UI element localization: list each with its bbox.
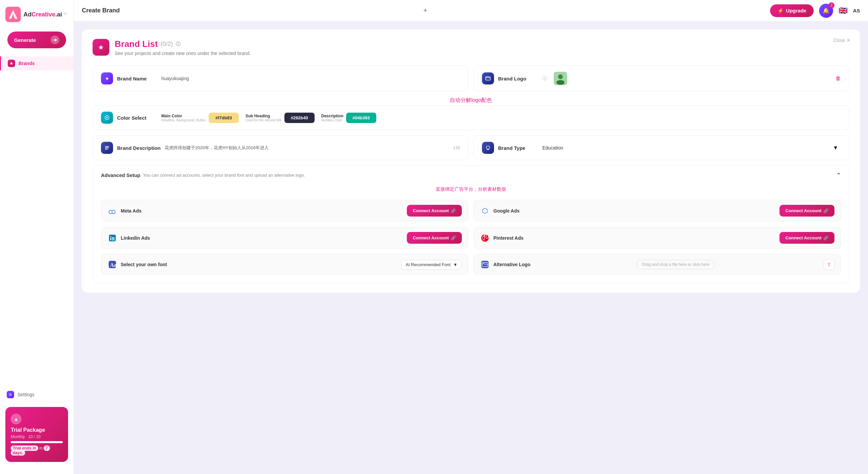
svg-point-5: [556, 80, 564, 85]
upload-button[interactable]: ⇧: [824, 259, 834, 270]
brand-name-label: Brand Name: [117, 76, 157, 82]
svg-point-7: [106, 117, 108, 118]
svg-rect-0: [5, 7, 21, 22]
trial-period: Monthly 10 / 10: [11, 435, 63, 439]
google-ads-label: Google Ads: [493, 208, 520, 214]
pinterest-connect-label: Connect Account: [785, 235, 822, 240]
collapse-icon: ⌃: [836, 172, 841, 178]
linkedin-ads-icon: [107, 233, 117, 243]
color-select-label: Color Select: [117, 115, 157, 121]
alt-logo-icon: [480, 259, 490, 270]
meta-ads-icon: [107, 206, 117, 216]
link-icon-2: 🔗: [824, 209, 829, 213]
sidebar-item-brands[interactable]: ★ Brands: [0, 56, 73, 70]
close-icon: ✕: [846, 37, 850, 43]
brand-panel-title-area: Brand List (0/2) ⓘ See your projects and…: [115, 39, 849, 56]
brand-name-logo-row: ★ Brand Name huayukuajing Brand Logo ⓘ: [93, 65, 849, 92]
brand-name-icon: ★: [101, 72, 113, 85]
trial-card: ▲ Trial Package Monthly 10 / 10 Trial en…: [5, 407, 68, 462]
adcreative-logo-icon: [5, 7, 21, 22]
brand-type-section: Brand Type Education ▼: [473, 135, 849, 160]
upload-icon: ⇧: [827, 262, 831, 267]
chinese-logo-annotation: 自动分解logo配色: [93, 97, 849, 104]
brand-panel-header: ★ Brand List (0/2) ⓘ See your projects a…: [93, 39, 849, 56]
advanced-setup-subtitle: You can connect ad accounts, select your…: [143, 172, 305, 178]
info-icon[interactable]: ⓘ: [176, 41, 181, 47]
brand-description-count: 139: [453, 146, 460, 150]
pinterest-ads-label: Pinterest Ads: [493, 235, 524, 241]
meta-connect-label: Connect Account: [413, 208, 449, 213]
advanced-body: Meta Ads Connect Account 🔗: [93, 194, 849, 283]
google-ads-icon: [480, 206, 490, 216]
font-icon: Aa: [107, 259, 117, 270]
chinese-advanced-annotation: 直接绑定广告平台，分析素材数据: [93, 184, 849, 194]
sub-heading-sublabel: Used for the second title: [246, 118, 282, 122]
settings-label: Settings: [18, 392, 35, 397]
sub-heading-color-chip[interactable]: #292b40: [284, 113, 315, 123]
link-icon-3: 🔗: [451, 236, 456, 240]
sidebar: AdCreative.ai v3 Generate ➔ ★ Brands ⚙ S…: [0, 0, 74, 474]
svg-rect-2: [486, 77, 490, 80]
main-area: Create Brand + ⚡ Upgrade 🔔 2 🇬🇧 AS ★ Bra…: [74, 0, 868, 474]
alt-logo-label: Alternative Logo: [493, 262, 530, 267]
brand-description-label: Brand Description: [117, 145, 161, 151]
brand-type-value: Education: [542, 145, 563, 151]
content-area: ★ Brand List (0/2) ⓘ See your projects a…: [74, 22, 868, 474]
settings-icon: ⚙: [7, 391, 14, 398]
linkedin-connect-label: Connect Account: [413, 235, 449, 240]
svg-text:Aa: Aa: [110, 262, 117, 268]
svg-point-14: [110, 236, 111, 237]
pinterest-ads-connect-button[interactable]: Connect Account 🔗: [779, 232, 834, 244]
chevron-down-icon: ▼: [833, 145, 838, 151]
main-color-chip[interactable]: #f7db83: [209, 113, 239, 123]
brand-panel: ★ Brand List (0/2) ⓘ See your projects a…: [82, 30, 860, 293]
sidebar-item-settings[interactable]: ⚙ Settings: [0, 387, 73, 402]
brand-name-section: ★ Brand Name huayukuajing: [93, 65, 468, 92]
description-color-chip[interactable]: #04b393: [346, 113, 376, 123]
advanced-setup-title: Advanced Setup: [101, 172, 141, 178]
brand-logo-icon: [482, 72, 494, 85]
generate-button[interactable]: Generate ➔: [7, 32, 66, 48]
brand-description-section: Brand Description 花虎跨境创建于2020年，花虎HY创始人从2…: [93, 135, 468, 160]
brands-label: Brands: [19, 61, 35, 66]
svg-rect-13: [110, 237, 111, 240]
color-select-icon: [101, 112, 113, 124]
trial-days-text: Trial ends in in 7 days.: [11, 446, 63, 455]
brand-desc-type-row: Brand Description 花虎跨境创建于2020年，花虎HY创始人从2…: [93, 135, 849, 160]
add-brand-button[interactable]: +: [423, 7, 427, 14]
brand-panel-icon: ★: [93, 39, 109, 56]
brand-type-select[interactable]: Education ▼: [542, 145, 841, 151]
color-select-section: Color Select Main Color Headline, Backgr…: [93, 105, 849, 130]
alt-logo-upload-area[interactable]: Drag and drop a file here or click here: [637, 260, 714, 269]
main-color-sublabel: Headline, Background, Button: [161, 118, 206, 122]
generate-arrow-icon: ➔: [51, 35, 59, 44]
brand-name-value: huayukuajing: [161, 76, 460, 81]
brand-logo-info-icon[interactable]: ⓘ: [542, 75, 547, 82]
user-avatar[interactable]: AS: [853, 8, 860, 13]
brand-subtitle: See your projects and create new ones un…: [115, 51, 849, 56]
logo-area: AdCreative.ai v3: [0, 7, 73, 22]
delete-logo-button[interactable]: 🗑: [835, 75, 841, 82]
trial-package-title: Trial Package: [11, 427, 63, 433]
bell-icon: 🔔: [823, 7, 830, 14]
close-button[interactable]: Close ✕: [833, 37, 850, 43]
brands-icon: ★: [8, 60, 15, 67]
alt-logo-section: Alternative Logo Drag and drop a file he…: [473, 254, 841, 275]
pinterest-ads-icon: [480, 233, 490, 243]
meta-ads-connect-button[interactable]: Connect Account 🔗: [407, 205, 462, 217]
google-ads-connect-button[interactable]: Connect Account 🔗: [779, 205, 834, 217]
google-ads-row: Google Ads Connect Account 🔗: [473, 200, 841, 222]
advanced-setup-header[interactable]: Advanced Setup You can connect ad accoun…: [93, 166, 849, 184]
linkedin-ads-connect-button[interactable]: Connect Account 🔗: [407, 232, 462, 244]
notification-button[interactable]: 🔔 2: [819, 4, 833, 18]
upgrade-button[interactable]: ⚡ Upgrade: [770, 4, 814, 17]
description-sublabel: Auxiliary color: [321, 118, 343, 122]
svg-rect-10: [105, 149, 108, 150]
advanced-setup-section: Advanced Setup You can connect ad accoun…: [93, 166, 849, 283]
svg-rect-9: [105, 148, 109, 148]
trial-icon: ▲: [11, 414, 22, 424]
language-flag[interactable]: 🇬🇧: [838, 6, 847, 15]
upgrade-bolt-icon: ⚡: [777, 8, 784, 14]
description-label: Description: [321, 114, 343, 118]
font-dropdown[interactable]: AI Recommended Font ▼: [401, 260, 462, 270]
